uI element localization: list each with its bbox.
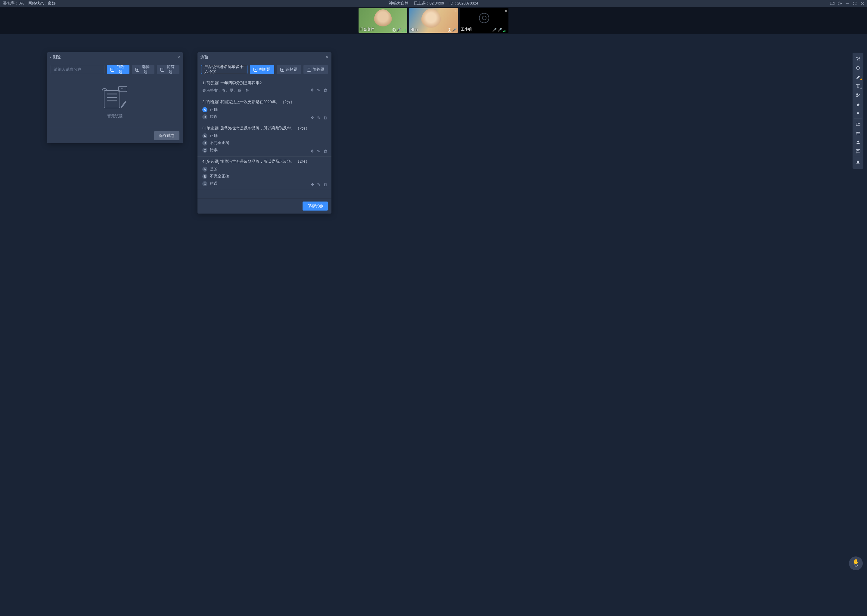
delete-icon[interactable]: 🗑 bbox=[323, 182, 327, 187]
option-text: 正确 bbox=[210, 133, 218, 138]
svg-point-9 bbox=[857, 141, 859, 143]
video-tile-student[interactable]: × Nina 🎤 bbox=[409, 8, 458, 33]
option-text: 正确 bbox=[210, 107, 218, 112]
add-choice-button[interactable]: ◉选择题 bbox=[277, 65, 301, 74]
move-tool-icon[interactable] bbox=[853, 63, 863, 72]
panel-title: 测验 bbox=[53, 55, 177, 60]
question-option[interactable]: B不完全正确 bbox=[202, 140, 326, 146]
laser-tool-icon[interactable] bbox=[853, 108, 863, 118]
option-text: 错误 bbox=[210, 148, 218, 153]
question-answer: 参考答案：春、夏、秋、冬 bbox=[202, 88, 326, 93]
quiz-name-input[interactable]: 产品说试卷名称最多十六个字 bbox=[201, 65, 247, 74]
svg-point-7 bbox=[857, 112, 859, 114]
delete-icon[interactable]: 🗑 bbox=[323, 88, 327, 92]
close-icon[interactable]: × bbox=[326, 55, 328, 60]
svg-point-13 bbox=[859, 151, 859, 151]
mic-on-icon: 🎤 bbox=[396, 28, 401, 32]
question-title: 4 [多选题] 施华洛世奇是反华品牌，所以梁鼎琪反华。 （2分） bbox=[202, 159, 326, 164]
participant-video-row: 叮当老师 🎤 × Nina 🎤 × 王小明 🎤 🎤 bbox=[0, 7, 867, 34]
pen-tool-icon[interactable] bbox=[853, 72, 863, 82]
course-title: 神秘大自然 bbox=[389, 1, 408, 6]
question-option[interactable]: A是的 bbox=[202, 167, 326, 172]
top-status-bar: 丢包率：0% 网络状态：良好 神秘大自然 已上课：02:34:09 ID：202… bbox=[0, 0, 867, 7]
quiz-name-input[interactable] bbox=[50, 65, 104, 74]
toolbox-tool-icon[interactable] bbox=[853, 129, 863, 138]
close-icon[interactable]: × bbox=[177, 55, 180, 60]
folder-tool-icon[interactable] bbox=[853, 120, 863, 129]
participant-name: 叮当老师 bbox=[360, 27, 374, 32]
option-letter: C bbox=[202, 148, 207, 153]
move-icon[interactable]: ✥ bbox=[311, 115, 314, 120]
question-option[interactable]: A正确 bbox=[202, 133, 326, 138]
move-icon[interactable]: ✥ bbox=[311, 88, 314, 92]
question-item: 1 [简答题] 一年四季分别是哪四季? 参考答案：春、夏、秋、冬 ✥ ✎ 🗑 bbox=[197, 78, 331, 97]
video-tile-teacher[interactable]: 叮当老师 🎤 bbox=[359, 8, 407, 33]
question-option[interactable]: B错误 bbox=[202, 114, 326, 119]
edit-icon[interactable]: ✎ bbox=[317, 149, 320, 153]
question-option[interactable]: B不完全正确 bbox=[202, 174, 326, 179]
bell-tool-icon[interactable] bbox=[853, 158, 863, 167]
video-tile-student-off[interactable]: × 王小明 🎤 🎤 bbox=[460, 8, 508, 33]
add-judge-button[interactable]: ✓判断题 bbox=[250, 65, 274, 74]
svg-point-1 bbox=[839, 3, 840, 4]
text-tool-icon[interactable]: T bbox=[853, 82, 863, 91]
scissors-tool-icon[interactable] bbox=[853, 91, 863, 99]
quiz-panel-filled: 测验 × 产品说试卷名称最多十六个字 ✓判断题 ◉选择题 T简答题 1 [简答题… bbox=[197, 52, 331, 214]
edit-icon[interactable]: ✎ bbox=[317, 115, 320, 120]
move-icon[interactable]: ✥ bbox=[311, 149, 314, 153]
option-letter: A bbox=[202, 107, 207, 112]
save-quiz-button[interactable]: 保存试卷 bbox=[154, 131, 180, 140]
option-text: 错误 bbox=[210, 114, 218, 119]
close-tile-icon[interactable]: × bbox=[505, 9, 507, 13]
add-judge-button[interactable]: ✓判断题 bbox=[107, 65, 129, 74]
option-text: 是的 bbox=[210, 167, 218, 172]
mic-off-icon: 🎤 bbox=[492, 28, 497, 32]
question-list[interactable]: 1 [简答题] 一年四季分别是哪四季? 参考答案：春、夏、秋、冬 ✥ ✎ 🗑 2… bbox=[197, 77, 331, 198]
edit-icon[interactable]: ✎ bbox=[317, 182, 320, 187]
question-option[interactable]: C错误 bbox=[202, 148, 326, 153]
choice-icon: ◉ bbox=[136, 68, 139, 72]
edit-icon[interactable]: ✎ bbox=[317, 88, 320, 92]
add-choice-button[interactable]: ◉选择题 bbox=[132, 65, 154, 74]
option-text: 错误 bbox=[210, 181, 218, 186]
raise-hand-button[interactable]: ✋ 0/2 bbox=[849, 556, 863, 570]
question-option[interactable]: C错误 bbox=[202, 181, 326, 186]
mic-on-icon: 🎤 bbox=[498, 28, 502, 32]
question-item: 4 [多选题] 施华洛世奇是反华品牌，所以梁鼎琪反华。 （2分） A是的 B不完… bbox=[197, 157, 331, 190]
session-id: ID：2020070324 bbox=[449, 1, 478, 6]
color-dot-icon bbox=[861, 88, 862, 89]
quiz-toolbar: ✓判断题 ◉选择题 T简答题 bbox=[47, 62, 183, 77]
chat-tool-icon[interactable] bbox=[853, 147, 863, 156]
svg-point-6 bbox=[856, 96, 858, 97]
option-letter: A bbox=[202, 167, 207, 172]
record-icon bbox=[392, 28, 396, 32]
close-window-icon[interactable] bbox=[860, 1, 865, 6]
right-toolbar: T bbox=[853, 53, 863, 169]
minimize-icon[interactable] bbox=[845, 1, 850, 6]
question-option[interactable]: A正确 bbox=[202, 107, 326, 112]
mic-on-icon: 🎤 bbox=[452, 28, 457, 32]
empty-state: 暂无试题 bbox=[47, 77, 183, 128]
settings-icon[interactable] bbox=[837, 1, 842, 6]
users-tool-icon[interactable] bbox=[853, 138, 863, 147]
move-icon[interactable]: ✥ bbox=[311, 182, 314, 187]
delete-icon[interactable]: 🗑 bbox=[323, 149, 327, 153]
eraser-tool-icon[interactable] bbox=[853, 99, 863, 108]
separator bbox=[854, 118, 862, 119]
short-answer-icon: T bbox=[307, 68, 311, 72]
elapsed-time: 已上课：02:34:09 bbox=[414, 1, 445, 6]
save-quiz-button[interactable]: 保存试卷 bbox=[303, 201, 328, 211]
add-short-answer-button[interactable]: T简答题 bbox=[157, 65, 180, 74]
camera-toggle-icon[interactable] bbox=[830, 1, 834, 6]
add-short-answer-button[interactable]: T简答题 bbox=[303, 65, 328, 74]
close-tile-icon[interactable]: × bbox=[454, 9, 457, 13]
fullscreen-icon[interactable] bbox=[853, 1, 857, 6]
svg-point-11 bbox=[857, 151, 858, 151]
color-dot-icon bbox=[861, 79, 862, 80]
record-icon bbox=[448, 28, 451, 32]
delete-icon[interactable]: 🗑 bbox=[323, 115, 327, 120]
back-icon[interactable]: ‹ bbox=[50, 55, 51, 59]
panel-footer: 保存试卷 bbox=[197, 198, 331, 214]
cursor-tool-icon[interactable] bbox=[853, 55, 863, 63]
participant-name: Nina bbox=[410, 28, 418, 32]
